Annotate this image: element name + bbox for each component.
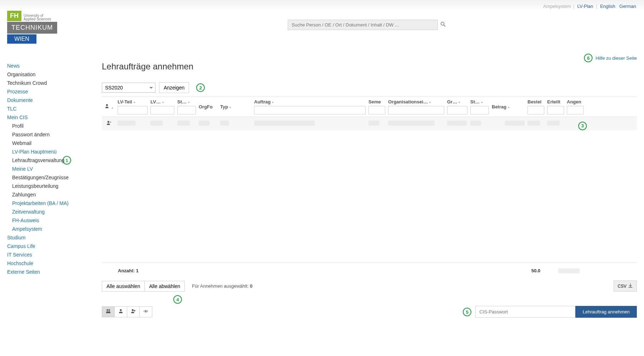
select-all-button[interactable]: Alle auswählen (102, 281, 144, 292)
annotation-2: 2 (196, 83, 205, 92)
nav-passwort[interactable]: Passwort ändern (7, 130, 96, 139)
lang-german-link[interactable]: German (619, 4, 636, 9)
sort-icon[interactable]: ▴ (429, 100, 431, 104)
sort-icon[interactable]: ▴ (162, 100, 164, 104)
download-icon (628, 283, 633, 289)
nav-zahlungen[interactable]: Zahlungen (7, 190, 96, 199)
csv-button[interactable]: CSV (614, 281, 637, 292)
nav-zeitverwaltung[interactable]: Zeitverwaltung (7, 208, 96, 216)
nav-hochschule[interactable]: Hochschule (7, 259, 96, 268)
search-input[interactable] (288, 20, 438, 30)
sort-icon[interactable]: ▴ (481, 100, 483, 104)
svg-point-6 (120, 309, 122, 311)
col-typ-label[interactable]: Typ (220, 104, 228, 109)
col-erteilt-label[interactable]: Erteilt (547, 99, 560, 104)
col-sem-label[interactable]: Seme (368, 99, 381, 104)
col-lvteil-label[interactable]: LV-Teil (118, 99, 132, 104)
sidebar: News Organisation Technikum Crowd Prozes… (7, 44, 96, 318)
filter-gr[interactable] (447, 106, 467, 114)
table-footer: Anzahl: 1 50.0 (102, 263, 637, 278)
nav-organisation[interactable]: Organisation (7, 70, 96, 79)
filter-user-icon[interactable] (115, 306, 127, 317)
filter-lv[interactable] (150, 106, 174, 114)
nav-mein-cis[interactable]: Mein CIS (7, 113, 96, 122)
filter-erteilt[interactable] (547, 106, 564, 114)
logo-technikum: TECHNIKUM (7, 22, 57, 34)
col-betrag-label[interactable]: Betrag (492, 104, 506, 109)
help-text[interactable]: Hilfe zu dieser Seite (595, 55, 637, 61)
nav-campus-life[interactable]: Campus Life (7, 242, 96, 250)
col-org-label[interactable]: Organisationsei… (388, 99, 428, 104)
deselect-all-button[interactable]: Alle abwählen (144, 281, 185, 292)
sort-icon[interactable]: ▴ (134, 100, 135, 104)
filter-icon-group (102, 306, 152, 317)
col-status[interactable]: ▴ (102, 104, 116, 110)
nav-tlc[interactable]: TLC (7, 104, 96, 113)
ampel-link[interactable]: Ampelsystem (543, 4, 571, 9)
nav-lehrauftragsverwaltung[interactable]: Lehrauftragsverwaltung (7, 156, 96, 165)
lang-english-link[interactable]: English (600, 4, 615, 9)
col-st2-label[interactable]: St… (470, 99, 480, 104)
annotation-3: 3 (578, 122, 587, 130)
nav-prozesse[interactable]: Prozesse (7, 87, 96, 96)
table-row[interactable]: 3 (102, 117, 637, 130)
sort-icon[interactable]: ▴ (508, 105, 510, 109)
filter-auftrag[interactable] (254, 106, 366, 114)
sort-icon[interactable]: ▴ (272, 100, 274, 104)
filter-lvteil[interactable] (118, 106, 148, 114)
svg-point-5 (108, 309, 110, 311)
filter-bestel[interactable] (527, 106, 544, 114)
filter-st2[interactable] (470, 106, 489, 114)
selected-info: Für Annehmen ausgewählt: 0 (192, 283, 252, 289)
help-link[interactable]: 6 Hilfe zu dieser Seite (584, 54, 637, 62)
logo[interactable]: FH University ofApplied Sciences TECHNIK… (7, 11, 96, 44)
nav-ampelsystem[interactable]: Ampelsystem (7, 225, 96, 233)
nav-studium[interactable]: Studium (7, 233, 96, 242)
svg-line-1 (444, 25, 445, 26)
submit-button[interactable]: Lehrauftrag annehmen (575, 306, 637, 318)
filter-sem[interactable] (368, 106, 385, 114)
filter-org[interactable] (388, 106, 444, 114)
filter-eye-icon[interactable] (140, 306, 152, 317)
nav-news[interactable]: News (7, 62, 96, 70)
col-st1-label[interactable]: St… (177, 99, 187, 104)
nav-profil[interactable]: Profil (7, 122, 96, 130)
col-lv-label[interactable]: LV… (150, 99, 161, 104)
col-gr-label[interactable]: Gr… (447, 99, 457, 104)
user-sort-icon: ▴ (103, 104, 115, 110)
col-angen-label[interactable]: Angen (567, 99, 581, 104)
semester-select[interactable]: SS2020 (102, 83, 155, 93)
lvplan-link[interactable]: LV-Plan (577, 4, 593, 9)
nav-it-services[interactable]: IT Services (7, 250, 96, 259)
nav-webmail[interactable]: Webmail (7, 139, 96, 147)
nav-fh-ausweis[interactable]: FH-Ausweis (7, 216, 96, 225)
search-icon[interactable] (441, 22, 446, 28)
sort-icon[interactable]: ▴ (229, 105, 231, 109)
nav-externe-seiten[interactable]: Externe Seiten (7, 268, 96, 276)
col-auftrag-label[interactable]: Auftrag (254, 99, 271, 104)
logo-wien: WIEN (7, 34, 36, 44)
filter-st1[interactable] (177, 106, 196, 114)
filter-user-plus-icon[interactable] (127, 306, 140, 317)
nav-meine-lv[interactable]: Meine LV (7, 165, 96, 173)
nav-leistung[interactable]: Leistungsbeurteilung (7, 182, 96, 190)
svg-point-8 (145, 311, 147, 312)
nav-bestaetigungen[interactable]: Bestätigungen/Zeugnisse (7, 173, 96, 182)
filter-group-icon[interactable] (102, 306, 115, 317)
betrag-sum: 50.0 (531, 268, 540, 273)
nav-dokumente[interactable]: Dokumente (7, 96, 96, 104)
nav-projektarbeiten[interactable]: Projektarbeiten (BA / MA) (7, 199, 96, 208)
nav-technikum-crowd[interactable]: Technikum Crowd (7, 79, 96, 87)
table: ▴ LV-Teil▴ LV…▴ St…▴ OrgFo Typ▴ Auftrag▴… (102, 97, 637, 278)
anzeigen-button[interactable]: Anzeigen (159, 82, 189, 93)
col-orgfo-label[interactable]: OrgFo (199, 104, 213, 109)
cis-password-input[interactable] (475, 306, 575, 318)
filter-angen[interactable] (567, 106, 584, 114)
sort-icon[interactable]: ▴ (188, 100, 190, 104)
nav-lvplan-haupt[interactable]: LV-Plan Hauptmenü (7, 147, 96, 156)
table-header: ▴ LV-Teil▴ LV…▴ St…▴ OrgFo Typ▴ Auftrag▴… (102, 97, 637, 117)
separator: | (596, 4, 597, 9)
header: FH University ofApplied Sciences TECHNIK… (0, 11, 644, 44)
col-bestel-label[interactable]: Bestel (527, 99, 541, 104)
sort-icon[interactable]: ▴ (459, 100, 460, 104)
